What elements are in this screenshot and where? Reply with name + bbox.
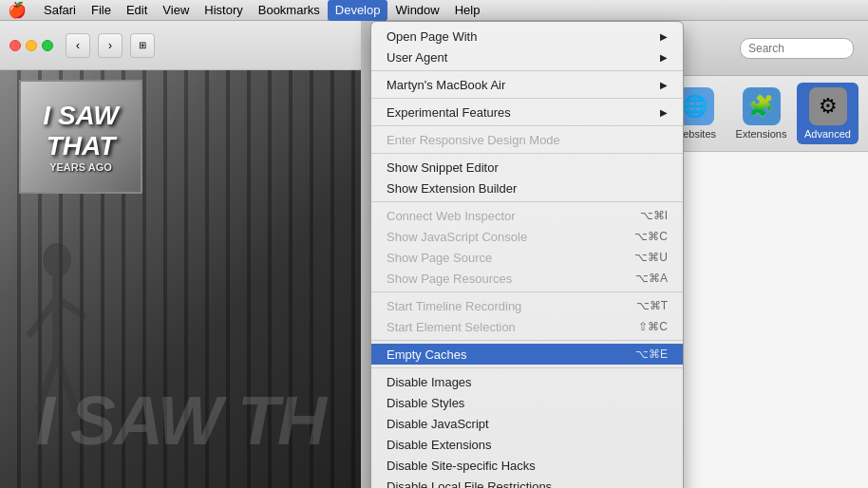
menu-show-extension-builder[interactable]: Show Extension Builder — [371, 178, 683, 198]
safari-content: I SAW THAT YEARS AGO I SAW TH — [0, 70, 361, 488]
advanced-icon: ⚙ — [809, 87, 847, 125]
menu-show-javascript-console: Show JavaScript Console ⌥⌘C — [371, 226, 683, 247]
menu-show-page-resources: Show Page Resources ⌥⌘A — [371, 268, 683, 289]
menu-sep-8 — [371, 367, 683, 368]
menu-disable-javascript[interactable]: Disable JavaScript — [371, 413, 683, 434]
film-title-years: YEARS AGO — [49, 161, 112, 173]
menu-sep-5 — [371, 201, 683, 202]
menu-macbook-air-label: Martyn's MacBook Air — [387, 78, 660, 92]
menu-disable-site-specific-hacks-label: Disable Site-specific Hacks — [387, 459, 668, 473]
menubar-help[interactable]: Help — [447, 0, 488, 21]
tab-icon: ⊞ — [139, 40, 146, 50]
prefs-advanced-label: Advanced — [804, 128, 851, 140]
close-button[interactable] — [9, 40, 21, 51]
menu-timeline-recording-shortcut: ⌥⌘T — [636, 299, 668, 312]
menu-user-agent[interactable]: User Agent ▶ — [371, 47, 683, 67]
menu-start-timeline-recording: Start Timeline Recording ⌥⌘T — [371, 295, 683, 316]
menubar-bookmarks[interactable]: Bookmarks — [251, 0, 328, 21]
safari-toolbar: ‹ › ⊞ — [0, 21, 361, 70]
menu-open-page-with[interactable]: Open Page With ▶ — [371, 26, 683, 47]
safari-window: ‹ › ⊞ I SAW THAT YEARS AGO — [0, 21, 361, 488]
menu-show-page-source: Show Page Source ⌥⌘U — [371, 247, 683, 268]
menu-macbook-air[interactable]: Martyn's MacBook Air ▶ — [371, 74, 683, 95]
menu-connect-web-inspector-shortcut: ⌥⌘I — [640, 209, 668, 222]
back-icon: ‹ — [76, 39, 80, 52]
menu-disable-javascript-label: Disable JavaScript — [387, 417, 668, 431]
apple-menu[interactable]: 🍎 — [8, 1, 27, 19]
menu-empty-caches-shortcut: ⌥⌘E — [635, 347, 668, 361]
forward-icon: › — [108, 39, 112, 52]
search-input[interactable] — [740, 38, 854, 59]
minimize-button[interactable] — [26, 40, 37, 51]
menu-timeline-recording-label: Start Timeline Recording — [387, 299, 636, 313]
menu-connect-web-inspector: Connect Web Inspector ⌥⌘I — [371, 205, 683, 226]
menu-disable-local-file-restrictions[interactable]: Disable Local File Restrictions — [371, 476, 683, 488]
menubar-view[interactable]: View — [155, 0, 197, 21]
maximize-button[interactable] — [42, 40, 53, 51]
menu-responsive-design-label: Enter Responsive Design Mode — [387, 133, 668, 147]
menubar: 🍎 Safari File Edit View History Bookmark… — [0, 0, 868, 21]
menu-experimental-features-arrow: ▶ — [660, 107, 668, 118]
film-image: I SAW THAT YEARS AGO I SAW TH — [0, 70, 361, 488]
back-button[interactable]: ‹ — [66, 33, 90, 58]
menu-user-agent-label: User Agent — [387, 50, 660, 65]
menu-responsive-design-mode: Enter Responsive Design Mode — [371, 129, 683, 150]
menu-user-agent-arrow: ▶ — [660, 52, 668, 63]
menu-page-resources-label: Show Page Resources — [387, 272, 635, 286]
menu-element-selection-shortcut: ⇧⌘C — [638, 320, 668, 333]
menu-disable-styles[interactable]: Disable Styles — [371, 392, 683, 413]
prefs-extensions-label: Extensions — [736, 128, 787, 140]
menu-disable-styles-label: Disable Styles — [387, 396, 668, 410]
forward-button[interactable]: › — [98, 33, 123, 58]
menu-empty-caches[interactable]: Empty Caches ⌥⌘E — [371, 344, 683, 365]
menu-macbook-air-arrow: ▶ — [660, 80, 668, 90]
menu-disable-site-specific-hacks[interactable]: Disable Site-specific Hacks — [371, 455, 683, 476]
menubar-window[interactable]: Window — [387, 0, 446, 21]
menubar-develop[interactable]: Develop — [328, 0, 388, 21]
menu-disable-images-label: Disable Images — [387, 375, 668, 389]
extensions-icon: 🧩 — [743, 87, 781, 125]
menu-sep-3 — [371, 125, 683, 126]
prefs-icon-advanced[interactable]: ⚙ Advanced — [797, 83, 859, 144]
menu-javascript-console-label: Show JavaScript Console — [387, 230, 634, 244]
menu-sep-1 — [371, 70, 683, 71]
menu-page-resources-shortcut: ⌥⌘A — [635, 272, 668, 285]
menu-element-selection-label: Start Element Selection — [387, 320, 638, 334]
menu-open-page-with-label: Open Page With — [387, 29, 660, 44]
menu-sep-6 — [371, 291, 683, 292]
menu-experimental-features-label: Experimental Features — [387, 105, 660, 120]
film-title-saw: I SAW — [43, 101, 118, 131]
traffic-lights — [9, 40, 53, 51]
menu-page-source-label: Show Page Source — [387, 251, 634, 265]
menu-sep-7 — [371, 340, 683, 341]
menu-disable-images[interactable]: Disable Images — [371, 371, 683, 392]
menu-page-source-shortcut: ⌥⌘U — [634, 251, 668, 264]
film-title-that: THAT — [47, 131, 116, 161]
menu-empty-caches-label: Empty Caches — [387, 347, 635, 362]
menu-start-element-selection: Start Element Selection ⇧⌘C — [371, 316, 683, 337]
menu-snippet-editor-label: Show Snippet Editor — [387, 160, 668, 175]
prefs-icon-extensions[interactable]: 🧩 Extensions — [730, 83, 792, 144]
menu-sep-2 — [371, 98, 683, 99]
menu-sep-4 — [371, 153, 683, 154]
tab-button[interactable]: ⊞ — [130, 33, 155, 58]
menubar-safari[interactable]: Safari — [36, 0, 84, 21]
menu-show-snippet-editor[interactable]: Show Snippet Editor — [371, 157, 683, 178]
menu-extension-builder-label: Show Extension Builder — [387, 181, 668, 196]
menubar-history[interactable]: History — [197, 0, 250, 21]
menu-javascript-console-shortcut: ⌥⌘C — [634, 230, 668, 243]
menu-disable-extensions-label: Disable Extensions — [387, 438, 668, 452]
menu-connect-web-inspector-label: Connect Web Inspector — [387, 209, 640, 223]
menu-disable-local-file-restrictions-label: Disable Local File Restrictions — [387, 479, 668, 489]
menubar-file[interactable]: File — [84, 0, 119, 21]
menu-experimental-features[interactable]: Experimental Features ▶ — [371, 102, 683, 122]
menu-disable-extensions[interactable]: Disable Extensions — [371, 434, 683, 455]
develop-dropdown-menu: Open Page With ▶ User Agent ▶ Martyn's M… — [370, 21, 684, 488]
film-large-text: I SAW TH — [0, 382, 361, 460]
film-title-box: I SAW THAT YEARS AGO — [19, 80, 142, 194]
menubar-edit[interactable]: Edit — [119, 0, 155, 21]
svg-point-0 — [43, 243, 71, 277]
menu-open-page-with-arrow: ▶ — [660, 31, 668, 42]
